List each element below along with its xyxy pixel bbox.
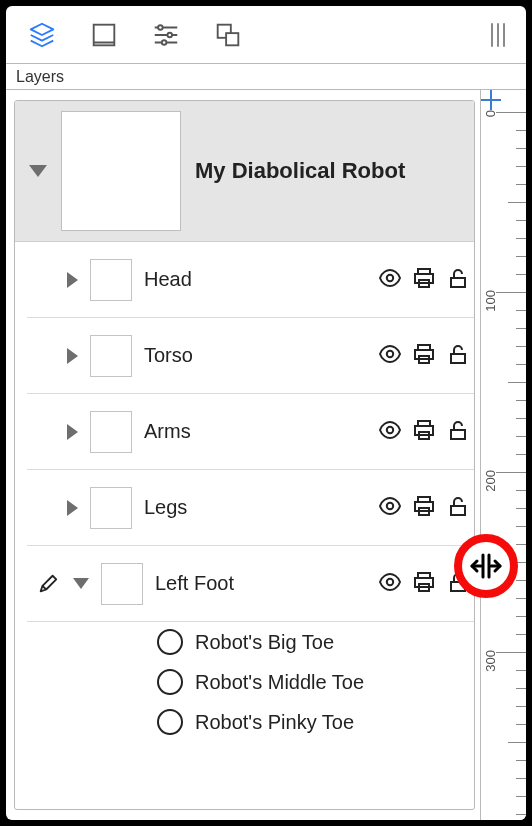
layer-thumbnail [90, 411, 132, 453]
layer-row[interactable]: Arms [27, 394, 474, 470]
layer-name: Left Foot [155, 572, 366, 595]
artboard-icon[interactable] [86, 17, 122, 53]
ruler-label: 300 [483, 650, 498, 672]
layer-row[interactable]: Legs [27, 470, 474, 546]
shape-marker-icon [157, 629, 183, 655]
resize-horizontal-icon [469, 549, 503, 583]
layer-name: Legs [144, 496, 366, 519]
svg-point-5 [168, 32, 173, 37]
svg-point-10 [387, 274, 393, 280]
svg-point-15 [387, 350, 393, 356]
lock-icon[interactable] [446, 266, 470, 294]
panel-title-label: Layers [16, 68, 64, 86]
layers-list: My Diabolical Robot HeadTorsoArmsLegsLef… [14, 100, 475, 810]
lock-icon[interactable] [446, 418, 470, 446]
ruler-label: 100 [483, 290, 498, 312]
svg-rect-32 [415, 578, 433, 587]
svg-point-25 [387, 502, 393, 508]
layer-thumbnail [101, 563, 143, 605]
toolbar [6, 6, 526, 64]
shape-marker-icon [157, 709, 183, 735]
panel-title: Layers [6, 64, 526, 90]
layer-item-row[interactable]: Robot's Middle Toe [27, 662, 474, 702]
disclosure-triangle-icon[interactable] [67, 424, 78, 440]
svg-rect-12 [415, 274, 433, 283]
layer-item-name: Robot's Middle Toe [195, 671, 364, 694]
disclosure-triangle-icon[interactable] [29, 165, 47, 177]
print-icon[interactable] [412, 570, 436, 598]
visibility-icon[interactable] [378, 570, 402, 598]
svg-rect-27 [415, 502, 433, 511]
edit-indicator [35, 573, 61, 595]
vertical-ruler[interactable]: 0100200300 [480, 90, 526, 820]
layers-icon[interactable] [24, 17, 60, 53]
layer-row[interactable]: Torso [27, 318, 474, 394]
svg-point-30 [387, 578, 393, 584]
panel-grip-icon[interactable] [488, 23, 508, 47]
print-icon[interactable] [412, 342, 436, 370]
print-icon[interactable] [412, 418, 436, 446]
layer-thumbnail [61, 111, 181, 231]
svg-point-3 [158, 25, 163, 30]
group-icon[interactable] [210, 17, 246, 53]
layer-thumbnail [90, 335, 132, 377]
svg-rect-9 [226, 33, 238, 45]
layer-root-name: My Diabolical Robot [195, 158, 460, 184]
svg-rect-17 [415, 350, 433, 359]
svg-rect-24 [451, 430, 465, 439]
svg-point-20 [387, 426, 393, 432]
ruler-label: 200 [483, 470, 498, 492]
layer-item-name: Robot's Pinky Toe [195, 711, 354, 734]
layer-row[interactable]: Left Foot [27, 546, 474, 622]
layer-row[interactable]: Head [27, 242, 474, 318]
svg-rect-14 [451, 278, 465, 287]
layer-thumbnail [90, 259, 132, 301]
layer-name: Arms [144, 420, 366, 443]
print-icon[interactable] [412, 266, 436, 294]
svg-point-7 [162, 40, 167, 45]
sliders-icon[interactable] [148, 17, 184, 53]
print-icon[interactable] [412, 494, 436, 522]
svg-rect-29 [451, 506, 465, 515]
disclosure-triangle-icon[interactable] [67, 272, 78, 288]
ruler-label: 0 [483, 110, 498, 117]
panel-resize-handle[interactable] [454, 534, 518, 598]
layer-item-name: Robot's Big Toe [195, 631, 334, 654]
layer-root-row[interactable]: My Diabolical Robot [15, 101, 474, 242]
shape-marker-icon [157, 669, 183, 695]
svg-rect-22 [415, 426, 433, 435]
svg-rect-19 [451, 354, 465, 363]
visibility-icon[interactable] [378, 418, 402, 446]
layer-thumbnail [90, 487, 132, 529]
disclosure-triangle-icon[interactable] [67, 348, 78, 364]
visibility-icon[interactable] [378, 342, 402, 370]
layer-name: Torso [144, 344, 366, 367]
disclosure-triangle-icon[interactable] [67, 500, 78, 516]
disclosure-triangle-icon[interactable] [73, 578, 89, 589]
lock-icon[interactable] [446, 494, 470, 522]
layer-item-row[interactable]: Robot's Pinky Toe [27, 702, 474, 742]
layer-name: Head [144, 268, 366, 291]
visibility-icon[interactable] [378, 494, 402, 522]
layer-item-row[interactable]: Robot's Big Toe [27, 622, 474, 662]
lock-icon[interactable] [446, 342, 470, 370]
visibility-icon[interactable] [378, 266, 402, 294]
